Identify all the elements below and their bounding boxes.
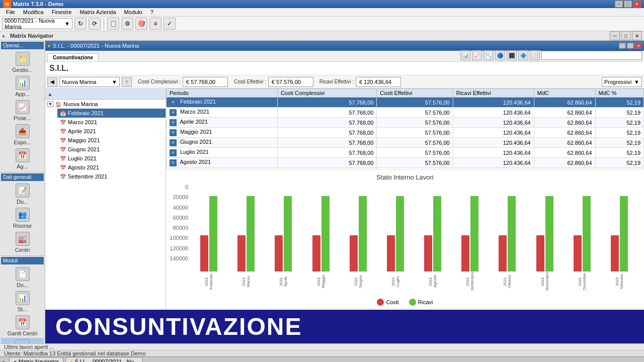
- proie-icon: 📈: [16, 100, 30, 114]
- project-combo[interactable]: 00007/2021 - Nuova Marina ▼: [2, 18, 72, 29]
- sidebar-item-do[interactable]: 📄 Do...: [1, 265, 44, 290]
- menu-azienda[interactable]: Matrix Azienda: [75, 8, 120, 16]
- sidebar-section-moduli: Moduli 📄 Do... 📊 St... 📅 Gantt Centri ✓ …: [0, 256, 45, 343]
- sidebar-item-gestio[interactable]: 📁 Gestio...: [1, 50, 44, 74]
- status-bar: Ultimi lavori aperti ...: [0, 343, 644, 350]
- sidebar-item-gantt[interactable]: 📅 Gantt Centri: [1, 314, 44, 338]
- y-axis-label: 140000: [170, 255, 188, 261]
- sidebar-item-st[interactable]: 📊 St...: [1, 290, 44, 314]
- tree-node-5[interactable]: 📅 Luglio 2021: [57, 154, 166, 163]
- chart-bars-area: 140000120000100000800006000040000200000: [170, 184, 640, 272]
- bar-ricavi: [209, 196, 217, 272]
- col-costi-compl: Costi Complessivi: [277, 89, 376, 98]
- table-row[interactable]: ≡ Maggio 2021 57.768,00 57.576,00 120.43…: [167, 128, 644, 138]
- tree-node-1[interactable]: 📅 Marzo 2021: [57, 118, 166, 127]
- col-mdc: MdC: [534, 89, 595, 98]
- table-row[interactable]: ≡ Agosto 2021 57.768,00 57.576,00 120.43…: [167, 158, 644, 168]
- data-panel: Periodo Costi Complessivi Costi Effettiv…: [166, 88, 644, 310]
- list-button[interactable]: ≡: [149, 18, 162, 30]
- chart-area-btn[interactable]: 📉: [484, 50, 494, 60]
- sidebar-item-sil[interactable]: ✓ S.I.L.: [1, 338, 44, 343]
- bars-container: [190, 184, 638, 272]
- close-button[interactable]: ✕: [633, 1, 641, 8]
- settings-button[interactable]: ⚙: [121, 18, 133, 30]
- tree-node-6[interactable]: 📅 Agosto 2021: [57, 163, 166, 172]
- nav-maximize[interactable]: □: [621, 31, 631, 40]
- node-icon-7: 📅: [59, 173, 66, 180]
- tree-node-2[interactable]: 📅 Aprile 2021: [57, 127, 166, 136]
- sidebar-dati-title[interactable]: Dati generali: [1, 173, 44, 181]
- tree-node-root[interactable]: ▼ 🏠 Nuova Marina: [45, 100, 166, 109]
- legend-costi: Costi: [377, 299, 398, 306]
- content-area: ● S.I.L. - 00007/2021 - Nuova Marina ─ □…: [45, 41, 644, 343]
- sidebar-item-ag[interactable]: 📅 Ag...: [1, 147, 44, 171]
- check-button[interactable]: ✓: [164, 18, 176, 30]
- refresh-button[interactable]: ↻: [74, 18, 87, 30]
- menu-modulo[interactable]: Modulo: [120, 8, 146, 16]
- chart-bar-btn[interactable]: 📊: [460, 50, 470, 60]
- y-axis-label: 40000: [173, 205, 188, 211]
- progressivi-combo[interactable]: Progressivi ▼: [602, 77, 642, 87]
- table-row[interactable]: ≡ Marzo 2021 57.768,00 57.576,00 120.436…: [167, 108, 644, 118]
- x-axis-label: Aprile 2021: [265, 272, 302, 292]
- location-combo[interactable]: Nuova Marina ▼: [59, 77, 120, 87]
- chart-pie-btn[interactable]: 🔵: [495, 50, 505, 60]
- x-axis-label: Agosto 2021: [414, 272, 451, 292]
- chart-scatter-btn[interactable]: ⬛: [507, 50, 517, 60]
- target-button[interactable]: 🎯: [135, 18, 147, 30]
- sub-back-btn[interactable]: ◀: [47, 77, 57, 87]
- minimize-button[interactable]: ─: [615, 1, 623, 8]
- sil-header-label: S.I.L.: [45, 62, 644, 75]
- bar-group: [340, 184, 377, 272]
- menu-help[interactable]: ?: [146, 8, 157, 16]
- tab-consuntivazione[interactable]: Consuntivazione: [47, 53, 99, 61]
- node-icon-0: 📅: [59, 110, 66, 117]
- sidebar-item-app[interactable]: 📊 App...: [1, 74, 44, 99]
- bar-group: [564, 184, 601, 272]
- reload-button[interactable]: ⟳: [89, 18, 101, 30]
- x-axis-label: Ottobre 2021: [489, 272, 526, 292]
- sidebar-item-du[interactable]: 📝 Du...: [1, 182, 44, 206]
- bar-costi: [200, 235, 208, 272]
- tree-node-4[interactable]: 📅 Giugno 2021: [57, 145, 166, 154]
- nav-minimize[interactable]: ─: [610, 31, 620, 40]
- menu-file[interactable]: File: [2, 8, 19, 16]
- table-row[interactable]: ≡ Giugno 2021 57.768,00 57.576,00 120.43…: [167, 138, 644, 148]
- chart-combo-btn[interactable]: 🔷: [518, 50, 528, 60]
- nav-close[interactable]: ✕: [632, 31, 642, 40]
- bottom-label: CONSUNTIVAZIONE: [45, 310, 644, 343]
- sidebar-item-centri[interactable]: 🏭 Centri: [1, 230, 44, 254]
- taskbar-navigator[interactable]: ● Matrix Navigator: [9, 357, 63, 362]
- inner-maximize[interactable]: □: [627, 43, 634, 49]
- sidebar-section-ops-title[interactable]: Operaz...: [1, 42, 44, 49]
- table-row[interactable]: ≡ Aprile 2021 57.768,00 57.576,00 120.43…: [167, 118, 644, 128]
- table-row[interactable]: ≡ Luglio 2021 57.768,00 57.576,00 120.43…: [167, 148, 644, 158]
- expand-root[interactable]: ▼: [47, 101, 53, 107]
- filter-input[interactable]: [541, 51, 642, 60]
- menu-modifica[interactable]: Modifica: [19, 8, 48, 16]
- sidebar-item-proie[interactable]: 📈 Proie...: [1, 99, 44, 123]
- x-axis-label: Giugno 2021: [340, 272, 377, 292]
- tree-node-7[interactable]: 📅 Settembre 2021: [57, 172, 166, 181]
- chart-3d-btn[interactable]: ⬜: [530, 50, 540, 60]
- sidebar-moduli-title[interactable]: Moduli: [1, 257, 44, 264]
- docs-button[interactable]: 📋: [107, 18, 119, 30]
- sidebar-item-espo[interactable]: 📤 Espo...: [1, 123, 44, 147]
- taskbar-sil[interactable]: ● S.I.L. - 00007/2021 - Nu...: [65, 357, 143, 362]
- table-row[interactable]: ≡ Febbraio 2021 57.768,00 57.576,00 120.…: [167, 98, 644, 108]
- tree-children: 📅 Febbraio 2021 📅 Marzo 2021 📅 Aprile 20…: [45, 109, 166, 181]
- bar-costi: [387, 235, 395, 272]
- maximize-button[interactable]: □: [624, 1, 632, 8]
- x-axis-label: Settembre 2021: [451, 272, 489, 292]
- sub-up-btn[interactable]: ↑: [122, 77, 132, 87]
- menu-finestre[interactable]: Finestre: [48, 8, 76, 16]
- bar-ricavi: [583, 196, 591, 272]
- data-table[interactable]: Periodo Costi Complessivi Costi Effettiv…: [166, 88, 644, 169]
- chart-line-btn[interactable]: 📈: [472, 50, 482, 60]
- bar-group: [601, 184, 638, 272]
- sidebar-item-risorse[interactable]: 👥 Risorse: [1, 206, 44, 230]
- inner-close[interactable]: ✕: [635, 43, 642, 49]
- tree-node-0[interactable]: 📅 Febbraio 2021: [57, 109, 166, 118]
- tree-node-3[interactable]: 📅 Maggio 2021: [57, 136, 166, 145]
- inner-minimize[interactable]: ─: [619, 43, 626, 49]
